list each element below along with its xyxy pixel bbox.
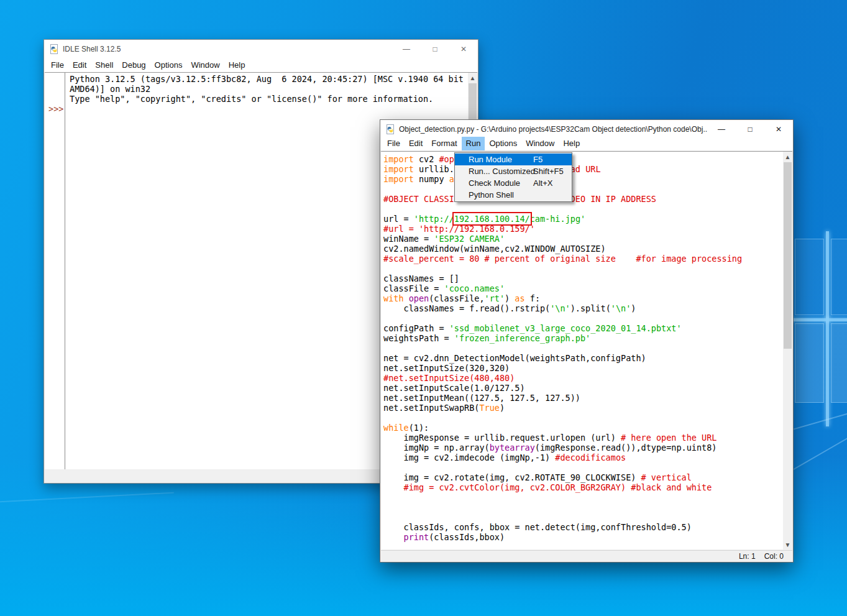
code-segment: net.setInputSwapRB(	[383, 403, 479, 413]
code-line: #OBJECT CLASSIFICATION PROGRAM FOR VIDEO…	[383, 194, 780, 204]
menu-item-window[interactable]: Window	[186, 58, 224, 72]
code-segment: # vertical	[641, 472, 692, 482]
menu-item-edit[interactable]: Edit	[405, 137, 427, 150]
code-segment: True	[479, 403, 500, 413]
maximize-button[interactable]: □	[421, 40, 449, 58]
code-segment: import	[383, 174, 414, 184]
code-segment: net.setInputSize(320,320)	[383, 363, 510, 373]
code-segment: winName =	[383, 234, 434, 244]
scrollbar-down-icon[interactable]: ▼	[783, 540, 792, 549]
code-line: img = cv2.rotate(img, cv2.ROTATE_90_CLOC…	[383, 472, 780, 482]
shell-output-line: AMD64)] on win32	[70, 84, 467, 94]
window-title: Object_detection.py.py - G:\Arduino proj…	[399, 125, 707, 134]
code-segment: net.setInputScale(1.0/127.5)	[383, 383, 525, 393]
menu-item-window[interactable]: Window	[521, 137, 559, 150]
code-segment: #decodificamos	[555, 453, 626, 462]
menu-item-options[interactable]: Options	[485, 137, 521, 150]
scrollbar-thumb[interactable]	[784, 162, 792, 349]
code-segment: '\n'	[611, 303, 631, 313]
code-line: import numpy as np	[383, 174, 780, 184]
menu-item-debug[interactable]: Debug	[117, 58, 150, 72]
minimize-button[interactable]: —	[707, 120, 736, 138]
menu-item-run[interactable]: Run	[462, 137, 485, 150]
code-line	[383, 502, 780, 512]
code-segment: cam-hi.jpg'	[530, 214, 585, 224]
minimize-button[interactable]: —	[392, 40, 421, 58]
code-line: weightsPath = 'frozen_inference_graph.pb…	[383, 333, 780, 343]
code-segment: #scale_percent = 80 # percent of origina…	[383, 254, 742, 264]
code-line: #img = cv2.cvtColor(img, cv2.COLOR_BGR2G…	[383, 482, 780, 492]
editor-code-area[interactable]: import cv2 #opencvimport urllib.request …	[381, 151, 792, 549]
code-segment: f:	[525, 293, 540, 303]
menu-item-file[interactable]: File	[47, 58, 68, 72]
code-line: classNames = f.read().rstrip('\n').split…	[383, 303, 780, 313]
editor-scrollbar[interactable]: ▲ ▼	[783, 152, 792, 549]
menu-item-format[interactable]: Format	[427, 137, 461, 150]
menu-item-help[interactable]: Help	[559, 137, 584, 150]
close-button[interactable]: ✕	[764, 120, 793, 138]
code-segment: #url = 'http://192.168.0.159/'	[383, 224, 535, 234]
code-segment: as	[515, 293, 524, 303]
code-line	[383, 204, 780, 214]
code-line: #scale_percent = 80 # percent of origina…	[383, 254, 780, 264]
editor-titlebar[interactable]: Object_detection.py.py - G:\Arduino proj…	[380, 120, 793, 138]
idle-app-icon	[49, 44, 59, 54]
menu-item-help[interactable]: Help	[224, 58, 250, 72]
maximize-button[interactable]: □	[736, 120, 764, 138]
scrollbar-up-icon[interactable]: ▲	[783, 152, 792, 162]
windows-logo-pane	[831, 239, 847, 315]
code-segment: net = cv2.dnn_DetectionModel(weightsPath…	[383, 353, 646, 363]
menu-item-options[interactable]: Options	[150, 58, 187, 72]
code-segment: # here open the URL	[621, 433, 717, 443]
shell-menubar: FileEditShellDebugOptionsWindowHelp	[44, 58, 478, 72]
windows-logo-pane	[795, 323, 824, 403]
shell-prompt-column: >>>	[45, 73, 65, 469]
code-segment: )	[631, 303, 636, 313]
code-segment: classIds, confs, bbox = net.detect(img,c…	[383, 522, 692, 532]
code-segment: with	[383, 293, 404, 303]
menu-item-run-customized[interactable]: Run... CustomizedShift+F5	[455, 165, 572, 177]
menu-item-accelerator: Shift+F5	[533, 165, 564, 177]
code-segment: bytearray	[490, 443, 535, 453]
menu-item-check-module[interactable]: Check ModuleAlt+X	[455, 177, 572, 189]
menu-item-accelerator: Alt+X	[533, 177, 552, 189]
shell-titlebar[interactable]: IDLE Shell 3.12.5 — □ ✕	[44, 40, 478, 58]
close-button[interactable]: ✕	[449, 40, 478, 58]
shell-output-line: Type "help", "copyright", "credits" or "…	[70, 94, 467, 104]
code-segment: (imgResponse.read()),dtype=np.uint8)	[535, 443, 717, 453]
menu-item-edit[interactable]: Edit	[68, 58, 91, 72]
code-line	[383, 512, 780, 522]
menu-item-shell[interactable]: Shell	[91, 58, 117, 72]
windows-logo-glow	[792, 235, 847, 423]
code-line: net.setInputScale(1.0/127.5)	[383, 383, 780, 393]
code-line	[383, 492, 780, 502]
run-dropdown-menu: Run ModuleF5Run... CustomizedShift+F5Che…	[454, 152, 572, 202]
editor-menubar: FileEditFormatRunOptionsWindowHelp	[380, 138, 793, 150]
code-segment: #net.setInputSize(480,480)	[383, 373, 515, 383]
code-segment: imgResponse = urllib.request.urlopen (ur…	[383, 433, 621, 443]
code-segment: while	[383, 423, 409, 433]
menu-item-label: Run Module	[469, 155, 512, 164]
code-segment: 'rt'	[485, 293, 505, 303]
code-segment: #img = cv2.cvtColor(img, cv2.COLOR_BGR2G…	[383, 482, 712, 492]
code-segment	[404, 293, 409, 303]
code-line: classIds, confs, bbox = net.detect(img,c…	[383, 522, 780, 532]
code-segment: )	[505, 293, 515, 303]
code-segment: url =	[383, 214, 414, 224]
code-line	[383, 343, 780, 353]
code-line: configPath = 'ssd_mobilenet_v3_large_coc…	[383, 323, 780, 333]
code-segment: import	[383, 164, 414, 174]
menu-item-file[interactable]: File	[383, 137, 405, 150]
code-segment: imgNp = np.array(	[383, 443, 490, 453]
code-line: classNames = []	[383, 274, 780, 283]
windows-logo-line	[790, 318, 847, 321]
wallpaper-beam	[0, 492, 174, 504]
code-line	[383, 313, 780, 323]
menu-item-python-shell[interactable]: Python Shell	[455, 189, 572, 201]
menu-item-accelerator: F5	[533, 154, 543, 165]
menu-item-run-module[interactable]: Run ModuleF5	[455, 154, 572, 165]
scrollbar-up-icon[interactable]: ▲	[468, 73, 477, 83]
column-indicator: Col: 0	[764, 552, 784, 561]
code-line	[383, 462, 780, 472]
windows-logo-pane	[795, 239, 824, 315]
